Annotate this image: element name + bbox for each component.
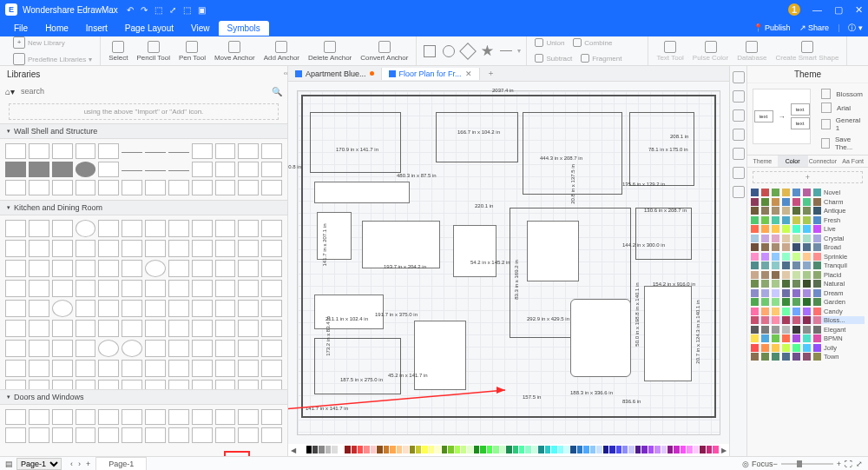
library-shape[interactable] bbox=[98, 260, 119, 277]
ribbon-op[interactable]: Subtract bbox=[532, 52, 575, 64]
palette-swatch[interactable] bbox=[306, 446, 312, 453]
library-shape[interactable] bbox=[192, 360, 213, 377]
tab-color[interactable]: Color bbox=[778, 156, 808, 167]
palette-swatch[interactable] bbox=[364, 446, 369, 453]
library-shape[interactable] bbox=[215, 280, 236, 297]
library-shape[interactable] bbox=[192, 409, 213, 425]
qa-icon[interactable]: ⬚ bbox=[155, 5, 162, 15]
library-shape[interactable] bbox=[122, 340, 142, 357]
library-shape[interactable] bbox=[98, 280, 119, 297]
tab-font[interactable]: Aa Font bbox=[838, 156, 868, 167]
qa-icon[interactable]: ⤢ bbox=[169, 5, 176, 15]
palette-swatch[interactable] bbox=[474, 446, 479, 453]
palette-swatch[interactable] bbox=[403, 446, 408, 453]
library-shape[interactable] bbox=[192, 260, 213, 277]
menu-page-layout[interactable]: Page Layout bbox=[116, 21, 182, 36]
library-shape[interactable] bbox=[145, 300, 166, 317]
library-shape[interactable] bbox=[238, 380, 259, 389]
library-shape[interactable] bbox=[192, 340, 213, 357]
library-shape[interactable] bbox=[52, 409, 73, 425]
zoom-slider[interactable] bbox=[781, 463, 833, 465]
library-shape[interactable] bbox=[261, 427, 282, 443]
palette-swatch[interactable] bbox=[493, 446, 498, 453]
library-shape[interactable] bbox=[238, 320, 259, 337]
page-tab[interactable]: Page-1 bbox=[95, 457, 147, 470]
palette-swatch[interactable] bbox=[681, 446, 686, 453]
library-shape[interactable] bbox=[98, 409, 119, 425]
colorstrip-next-icon[interactable]: ▶ bbox=[719, 444, 729, 456]
menu-view[interactable]: View bbox=[182, 21, 219, 36]
palette-swatch[interactable] bbox=[500, 446, 505, 453]
library-shape[interactable] bbox=[168, 260, 189, 277]
color-scheme-row[interactable]: Tranquil bbox=[751, 261, 865, 269]
palette-swatch[interactable] bbox=[713, 446, 718, 453]
library-shape[interactable] bbox=[261, 260, 282, 277]
library-shape[interactable] bbox=[98, 220, 119, 237]
library-shape[interactable] bbox=[238, 409, 259, 425]
shape-diamond-icon[interactable] bbox=[460, 43, 477, 60]
library-shape[interactable] bbox=[192, 220, 213, 237]
page-add-icon[interactable]: + bbox=[86, 460, 90, 468]
library-shape[interactable] bbox=[261, 180, 282, 195]
side-tool-icon[interactable] bbox=[733, 148, 745, 160]
library-shape[interactable] bbox=[29, 409, 49, 425]
library-shape[interactable] bbox=[52, 300, 73, 317]
palette-swatch[interactable] bbox=[641, 446, 647, 453]
library-shape[interactable] bbox=[52, 427, 73, 443]
user-badge[interactable]: 1 bbox=[788, 3, 800, 16]
library-shape[interactable] bbox=[261, 320, 282, 337]
color-scheme-row[interactable]: Placid bbox=[751, 271, 865, 279]
palette-swatch[interactable] bbox=[694, 446, 699, 453]
palette-swatch[interactable] bbox=[416, 446, 421, 453]
palette-swatch[interactable] bbox=[590, 446, 595, 453]
palette-swatch[interactable] bbox=[467, 446, 472, 453]
library-shape[interactable] bbox=[215, 220, 236, 237]
library-shape[interactable] bbox=[5, 427, 26, 443]
library-shape[interactable] bbox=[215, 409, 236, 425]
library-shape[interactable] bbox=[76, 143, 96, 159]
palette-swatch[interactable] bbox=[339, 446, 344, 453]
library-shape[interactable] bbox=[168, 340, 189, 357]
library-shape[interactable] bbox=[52, 220, 73, 237]
library-shape[interactable] bbox=[168, 360, 189, 377]
library-shape[interactable] bbox=[122, 170, 142, 171]
palette-swatch[interactable] bbox=[513, 446, 518, 453]
help-icon[interactable]: ⓘ ▾ bbox=[848, 23, 863, 34]
palette-swatch[interactable] bbox=[616, 446, 621, 453]
library-shape[interactable] bbox=[5, 340, 26, 357]
palette-swatch[interactable] bbox=[674, 446, 679, 453]
palette-swatch[interactable] bbox=[312, 446, 318, 453]
category-doors[interactable]: Doors and Windows bbox=[0, 389, 287, 405]
library-shape[interactable] bbox=[145, 170, 166, 171]
library-shape[interactable] bbox=[52, 280, 73, 297]
library-shape[interactable] bbox=[238, 340, 259, 357]
library-shape[interactable] bbox=[192, 162, 213, 177]
library-shape[interactable] bbox=[98, 180, 119, 195]
publish-button[interactable]: 📍 Publish bbox=[753, 23, 791, 32]
library-shape[interactable] bbox=[122, 300, 142, 317]
library-shape[interactable] bbox=[76, 427, 96, 443]
palette-swatch[interactable] bbox=[596, 446, 602, 453]
library-shape[interactable] bbox=[5, 380, 26, 389]
library-shape[interactable] bbox=[261, 409, 282, 425]
library-shape[interactable] bbox=[192, 427, 213, 443]
color-scheme-row[interactable]: Candy bbox=[751, 308, 865, 315]
library-shape[interactable] bbox=[29, 340, 49, 357]
palette-swatch[interactable] bbox=[603, 446, 608, 453]
library-shape[interactable] bbox=[145, 380, 166, 389]
library-shape[interactable] bbox=[122, 427, 142, 443]
palette-swatch[interactable] bbox=[480, 446, 485, 453]
color-scheme-row[interactable]: Jolly bbox=[751, 344, 865, 352]
library-shape[interactable] bbox=[76, 360, 96, 377]
ribbon-tool-delete-anchor[interactable]: Delete Anchor bbox=[306, 39, 354, 63]
palette-swatch[interactable] bbox=[319, 446, 324, 453]
library-shape[interactable] bbox=[76, 380, 96, 389]
library-shape[interactable] bbox=[98, 162, 119, 177]
library-shape[interactable] bbox=[76, 340, 96, 357]
palette-swatch[interactable] bbox=[390, 446, 395, 453]
shape-circle-icon[interactable] bbox=[443, 45, 455, 57]
library-shape[interactable] bbox=[29, 220, 49, 237]
library-shape[interactable] bbox=[5, 180, 26, 195]
side-tool-icon[interactable] bbox=[733, 167, 745, 179]
library-shape[interactable] bbox=[238, 260, 259, 277]
